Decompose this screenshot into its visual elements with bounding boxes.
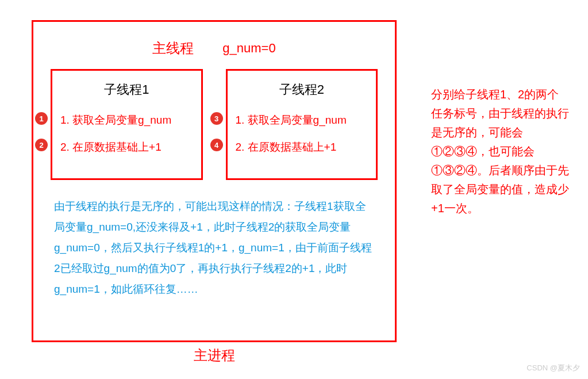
global-variable-label: g_num=0: [222, 41, 275, 56]
child-thread-2-box: 3 4 子线程2 1. 获取全局变量g_num 2. 在原数据基础上+1: [226, 69, 378, 180]
thread-1-step-1: 1. 获取全局变量g_num: [60, 112, 193, 129]
main-process-label: 主进程: [32, 346, 397, 365]
child-thread-1-box: 1 2 子线程1 1. 获取全局变量g_num 2. 在原数据基础上+1: [51, 69, 203, 180]
main-thread-title: 主线程: [152, 39, 194, 58]
thread-2-step-1: 1. 获取全局变量g_num: [236, 112, 368, 129]
step-badge-3: 3: [210, 112, 223, 125]
child-thread-2-title: 子线程2: [236, 81, 368, 98]
step-badge-2: 2: [35, 139, 48, 151]
side-note: 分别给子线程1、2的两个任务标号，由于线程的执行是无序的，可能会①②③④，也可能…: [431, 85, 569, 218]
child-thread-1-title: 子线程1: [60, 81, 193, 98]
step-badge-4: 4: [210, 139, 223, 151]
step-badge-1: 1: [35, 112, 48, 125]
watermark: CSDN @夏木夕: [526, 363, 580, 373]
thread-1-step-2: 2. 在原数据基础上+1: [60, 139, 193, 156]
thread-2-step-2: 2. 在原数据基础上+1: [236, 139, 368, 156]
main-thread-box: 主线程 g_num=0 1 2 子线程1 1. 获取全局变量g_num 2. 在…: [32, 20, 397, 342]
threads-row: 1 2 子线程1 1. 获取全局变量g_num 2. 在原数据基础上+1 3 4…: [33, 69, 395, 180]
header: 主线程 g_num=0: [33, 22, 395, 69]
explanation-text: 由于线程的执行是无序的，可能出现这样的情况：子线程1获取全局变量g_num=0,…: [33, 180, 395, 300]
